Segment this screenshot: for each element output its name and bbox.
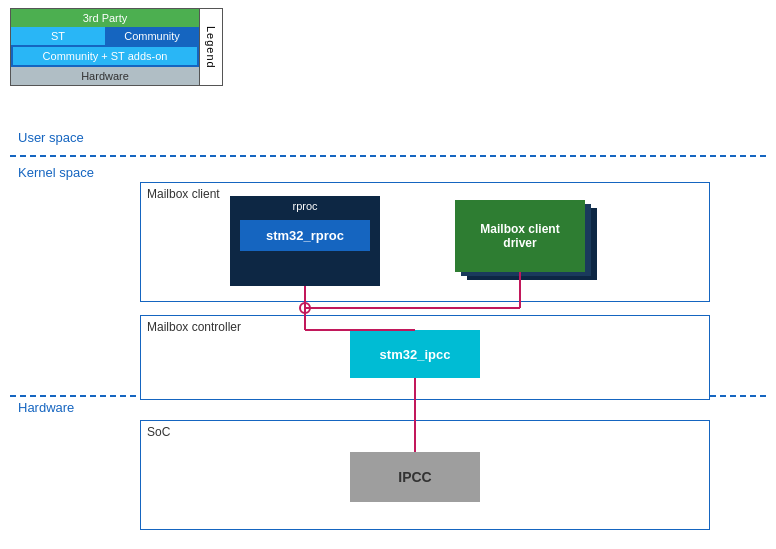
mailbox-driver-label: Mailbox clientdriver <box>480 222 559 250</box>
legend-st-community-row: ST Community <box>11 27 199 45</box>
legend-3rdparty: 3rd Party <box>11 9 199 27</box>
legend-st: ST <box>11 27 105 45</box>
rproc-block: rproc stm32_rproc <box>230 196 380 286</box>
legend-community: Community <box>105 27 199 45</box>
stm32-rproc-block: stm32_rproc <box>240 220 370 251</box>
legend-title: Legend <box>199 8 223 86</box>
stm32-ipcc-block: stm32_ipcc <box>350 330 480 378</box>
legend-box: 3rd Party ST Community Community + ST ad… <box>10 8 200 86</box>
main-container: 3rd Party ST Community Community + ST ad… <box>0 0 776 549</box>
svg-point-1 <box>300 303 310 313</box>
rproc-label: rproc <box>292 200 317 212</box>
legend-community-st: Community + ST adds-on <box>11 45 199 67</box>
mailbox-client-box: Mailbox client <box>140 182 710 302</box>
kernel-space-label: Kernel space <box>18 165 94 180</box>
ipcc-block: IPCC <box>350 452 480 502</box>
user-space-label: User space <box>18 130 84 145</box>
hardware-label: Hardware <box>18 400 74 415</box>
legend-hardware: Hardware <box>11 67 199 85</box>
mailbox-driver-front: Mailbox clientdriver <box>455 200 585 272</box>
soc-label: SoC <box>141 421 709 443</box>
user-kernel-divider <box>10 155 766 157</box>
mailbox-client-label: Mailbox client <box>141 183 709 205</box>
